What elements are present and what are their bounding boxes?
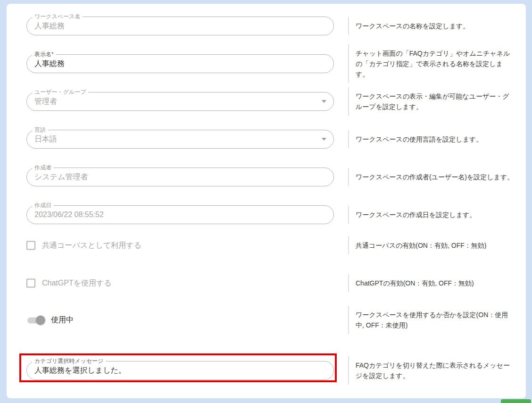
- field-value: 人事総務: [34, 59, 65, 69]
- checkbox[interactable]: [26, 279, 35, 288]
- field-description: ワークスペースの表示・編集が可能なユーザー・グループを設定します。: [348, 87, 514, 116]
- field-value: 日本語: [34, 134, 57, 144]
- checkbox[interactable]: [26, 241, 35, 250]
- settings-card: ワークスペース名 人事総務 ワークスペースの名称を設定します。 表示名* 人事総…: [7, 4, 526, 398]
- field-description: FAQカテゴリを切り替えた際に表示されるメッセージを設定します。: [348, 356, 514, 385]
- checkbox-row[interactable]: ChatGPTを使用する: [26, 278, 112, 288]
- field-value: 人事総務: [34, 21, 65, 31]
- checkbox-label: 共通コーパスとして利用する: [42, 241, 141, 251]
- field-label: 表示名*: [32, 51, 56, 58]
- field-label: ユーザー・グループ: [32, 89, 88, 95]
- field-description: ワークスペースの作成者(ユーザー名)を設定します。: [348, 168, 514, 186]
- text-field[interactable]: 表示名* 人事総務: [26, 54, 334, 73]
- workspace-settings-page: { "colors": { "page_background": "#cfdff…: [0, 0, 532, 403]
- switch-row[interactable]: 使用中: [26, 315, 74, 325]
- text-field[interactable]: 作成日 2023/06/22 08:55:52: [26, 205, 334, 224]
- field-value: 2023/06/22 08:55:52: [34, 210, 104, 219]
- field-description: ワークスペースを使用するか否かを設定(ON：使用中, OFF：未使用): [348, 306, 514, 334]
- chevron-down-icon: [322, 100, 326, 103]
- field-value: 人事総務を選択しました。: [34, 366, 126, 376]
- switch-thumb: [36, 315, 45, 325]
- field-label: 作成日: [32, 202, 54, 209]
- text-field[interactable]: カテゴリ選択時メッセージ 人事総務を選択しました。: [26, 361, 334, 380]
- chevron-down-icon: [322, 138, 326, 141]
- field-value: システム管理者: [34, 172, 88, 182]
- toggle-switch[interactable]: [26, 315, 45, 325]
- field-description: ChatGPTの有効(ON：有効, OFF：無効): [348, 274, 514, 292]
- text-field[interactable]: 作成者 システム管理者: [26, 168, 334, 186]
- field-description: 共通コーパスの有効(ON：有効, OFF：無効): [348, 236, 514, 254]
- checkbox-row[interactable]: 共通コーパスとして利用する: [26, 241, 141, 251]
- field-label: ワークスペース名: [32, 13, 83, 20]
- field-label: 言語: [32, 126, 48, 133]
- field-description: ワークスペースの使用言語を設定します。: [348, 130, 514, 148]
- field-label: 作成者: [32, 164, 54, 171]
- checkbox-label: ChatGPTを使用する: [42, 278, 112, 288]
- select-field[interactable]: ユーザー・グループ 管理者: [26, 92, 334, 111]
- field-value: 管理者: [34, 97, 57, 107]
- switch-label: 使用中: [51, 315, 74, 325]
- field-description: ワークスペースの名称を設定します。: [348, 17, 514, 35]
- field-description: チャット画面の「FAQカテゴリ」やオムニチャネルの「カテゴリ指定」で表示される名…: [348, 44, 514, 83]
- field-label: カテゴリ選択時メッセージ: [32, 358, 106, 364]
- field-description: ワークスペースの作成日を設定します。: [348, 206, 514, 224]
- primary-action-button[interactable]: [501, 399, 531, 403]
- select-field[interactable]: 言語 日本語: [26, 130, 334, 149]
- text-field[interactable]: ワークスペース名 人事総務: [26, 17, 334, 35]
